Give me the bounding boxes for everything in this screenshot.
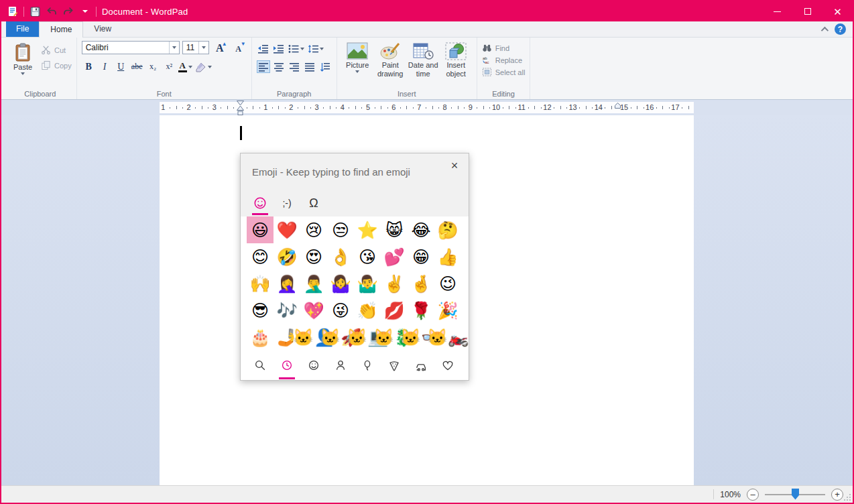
subscript-button[interactable]: x₂: [146, 60, 160, 73]
undo-button[interactable]: [46, 5, 58, 17]
emoji-tab-symbols[interactable]: Ω: [300, 191, 327, 215]
tab-file[interactable]: File: [6, 21, 39, 37]
emoji-thumbs-up[interactable]: 👍: [434, 243, 461, 270]
emoji-star[interactable]: ⭐: [354, 216, 381, 243]
paint-drawing-button[interactable]: Paint drawing: [375, 41, 406, 78]
emoji-nav-search[interactable]: [247, 352, 273, 379]
emoji-nav-symbols[interactable]: [434, 352, 461, 379]
emoji-woman-facepalming[interactable]: 🤦‍♀️: [273, 270, 300, 297]
grow-font-button[interactable]: A ▲: [212, 41, 228, 54]
emoji-musical-notes[interactable]: 🎶: [273, 297, 300, 324]
tabrow-right: ?: [821, 23, 846, 35]
emoji-winking-face[interactable]: 😉: [434, 270, 461, 297]
emoji-raising-hands[interactable]: 🙌: [247, 270, 273, 297]
font-size-dropdown[interactable]: [198, 42, 208, 54]
strikethrough-button[interactable]: abe: [130, 60, 144, 73]
emoji-two-hearts[interactable]: 💕: [381, 243, 408, 270]
paragraph-settings-button[interactable]: [318, 60, 332, 73]
emoji-nav-smileys[interactable]: [300, 352, 327, 379]
emoji-face-with-tears-of-joy[interactable]: 😂: [408, 216, 434, 243]
redo-button[interactable]: [62, 5, 74, 17]
font-size-select[interactable]: 11: [182, 41, 209, 54]
emoji-nav-food[interactable]: [381, 352, 408, 379]
zoom-out-button[interactable]: –: [747, 489, 759, 501]
emoji-nav-recent[interactable]: [273, 352, 300, 379]
emoji-smiling-face-with-sunglasses[interactable]: 😎: [247, 297, 273, 324]
zoom-in-button[interactable]: +: [831, 489, 843, 501]
emoji-stunt-cat[interactable]: 🐱‍🏍: [434, 324, 461, 351]
font-family-select[interactable]: Calibri: [82, 41, 180, 54]
emoji-winking-face-with-tongue[interactable]: 😜: [327, 297, 354, 324]
shrink-font-button[interactable]: A ▼: [231, 41, 247, 54]
align-right-button[interactable]: [288, 60, 301, 73]
emoji-face-blowing-a-kiss[interactable]: 😘: [354, 243, 381, 270]
paste-button[interactable]: Paste: [9, 41, 37, 75]
save-button[interactable]: [29, 5, 41, 17]
emoji-man-shrugging[interactable]: 🤷‍♂️: [354, 270, 381, 297]
emoji-grinning-face-with-big-eyes[interactable]: 😃: [247, 216, 273, 243]
collapse-ribbon-icon[interactable]: [821, 26, 829, 34]
increase-indent-button[interactable]: [272, 42, 286, 55]
justify-button[interactable]: [303, 60, 316, 73]
emoji-smiling-face-with-smiling-eyes[interactable]: 😊: [247, 243, 273, 270]
emoji-grinning-cat-with-smiling-eyes[interactable]: 😸: [381, 216, 408, 243]
emoji-beaming-face-with-smiling-eyes[interactable]: 😁: [408, 243, 434, 270]
align-left-button[interactable]: [257, 60, 270, 73]
zoom-slider-thumb[interactable]: [792, 489, 799, 500]
indent-marker[interactable]: [237, 101, 244, 115]
close-button[interactable]: ✕: [822, 1, 853, 21]
right-indent-marker[interactable]: [615, 103, 621, 109]
italic-button[interactable]: I: [98, 60, 112, 73]
bullets-button[interactable]: [288, 42, 305, 55]
replace-button[interactable]: abac Replace: [482, 56, 526, 64]
line-spacing-button[interactable]: [307, 42, 324, 55]
find-button[interactable]: Find: [482, 44, 526, 52]
maximize-button[interactable]: [792, 1, 822, 21]
copy-button[interactable]: Copy: [41, 60, 72, 70]
tab-view[interactable]: View: [83, 21, 122, 37]
emoji-kiss-mark[interactable]: 💋: [381, 297, 408, 324]
emoji-tab-smileys[interactable]: [247, 191, 273, 215]
font-color-button[interactable]: A: [178, 61, 192, 72]
emoji-crying-face[interactable]: 😢: [300, 216, 327, 243]
emoji-ok-hand[interactable]: 👌: [327, 243, 354, 270]
insert-picture-button[interactable]: Picture: [342, 41, 373, 78]
emoji-close-button[interactable]: ×: [446, 157, 463, 174]
emoji-crossed-fingers[interactable]: 🤞: [408, 270, 434, 297]
superscript-button[interactable]: x²: [162, 60, 176, 73]
emoji-smiling-face-with-heart-eyes[interactable]: 😍: [300, 243, 327, 270]
emoji-victory-hand[interactable]: ✌️: [381, 270, 408, 297]
emoji-nav-transport[interactable]: [408, 352, 434, 379]
emoji-tab-kaomoji[interactable]: ;-): [273, 191, 300, 215]
date-time-button[interactable]: Date and time: [408, 41, 439, 78]
emoji-party-popper[interactable]: 🎉: [434, 297, 461, 324]
emoji-red-heart[interactable]: ❤️: [273, 216, 300, 243]
decrease-indent-button[interactable]: [257, 42, 270, 55]
emoji-thinking-face[interactable]: 🤔: [434, 216, 461, 243]
help-icon[interactable]: ?: [835, 23, 846, 35]
emoji-nav-people[interactable]: [327, 352, 354, 379]
emoji-nav-celebrations[interactable]: [354, 352, 381, 379]
highlight-color-button[interactable]: [194, 62, 212, 72]
customize-qat-dropdown[interactable]: [79, 5, 91, 17]
emoji-rose[interactable]: 🌹: [408, 297, 434, 324]
font-family-dropdown[interactable]: [169, 42, 179, 54]
emoji-woman-shrugging[interactable]: 🤷‍♀️: [327, 270, 354, 297]
emoji-rolling-on-the-floor-laughing[interactable]: 🤣: [273, 243, 300, 270]
emoji-unamused-face[interactable]: 😒: [327, 216, 354, 243]
insert-object-button[interactable]: Insert object: [440, 41, 472, 78]
select-all-button[interactable]: Select all: [482, 68, 526, 76]
emoji-clapping-hands[interactable]: 👏: [354, 297, 381, 324]
tab-home[interactable]: Home: [39, 21, 83, 38]
emoji-sparkling-heart[interactable]: 💖: [300, 297, 327, 324]
emoji-birthday-cake[interactable]: 🎂: [247, 324, 273, 351]
zoom-slider[interactable]: [765, 489, 825, 501]
minimize-button[interactable]: [762, 1, 792, 21]
align-center-button[interactable]: [272, 60, 286, 73]
underline-button[interactable]: U: [114, 60, 128, 73]
bold-button[interactable]: B: [82, 60, 96, 73]
emoji-man-facepalming[interactable]: 🤦‍♂️: [300, 270, 327, 297]
cut-button[interactable]: Cut: [41, 45, 72, 55]
emoji-glyph: 😘: [359, 249, 376, 265]
resize-grip[interactable]: [843, 493, 851, 501]
